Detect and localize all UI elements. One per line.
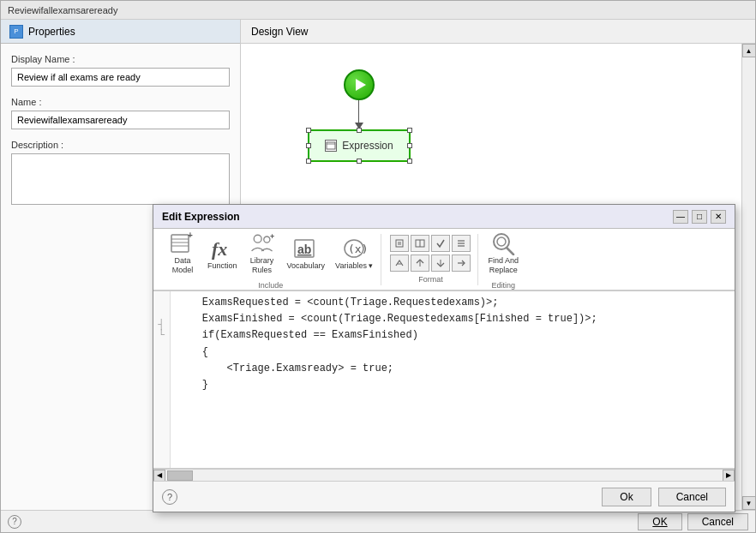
- format-buttons: [390, 235, 471, 272]
- dialog-title-buttons: — □ ✕: [673, 210, 726, 224]
- svg-point-8: [254, 235, 261, 243]
- library-rules-icon: +: [249, 231, 276, 255]
- format-group-label: Format: [418, 275, 443, 284]
- edit-expression-dialog: Edit Expression — □ ✕: [153, 204, 735, 512]
- format-btn-1[interactable]: [390, 235, 409, 252]
- code-scrollbar-x: ◀ ▶: [153, 469, 735, 481]
- data-model-icon: +: [169, 231, 196, 255]
- line-numbers: ┤ └: [153, 291, 171, 468]
- svg-point-27: [497, 237, 506, 246]
- format-btn-6[interactable]: [411, 255, 429, 272]
- include-group-label: Include: [258, 281, 283, 290]
- dialog-overlay: Edit Expression — □ ✕: [0, 0, 756, 533]
- line-num-bracket: ┤: [159, 319, 165, 329]
- dialog-cancel-button[interactable]: Cancel: [658, 488, 726, 506]
- maximize-button[interactable]: □: [692, 210, 707, 224]
- variables-label: Variables ▾: [335, 261, 373, 271]
- function-icon: fx: [208, 237, 236, 261]
- toolbar-include-items: + DataModel fx Function: [164, 229, 377, 278]
- function-button[interactable]: fx Function: [203, 234, 242, 273]
- library-rules-button[interactable]: + LibraryRules: [243, 229, 281, 278]
- scroll-thumb-x[interactable]: [167, 470, 193, 481]
- svg-text:fx: fx: [212, 238, 227, 260]
- dialog-bottom-buttons: Ok Cancel: [602, 488, 726, 506]
- format-btn-8[interactable]: [452, 255, 471, 272]
- line-num-bracket2: └: [159, 329, 165, 339]
- dialog-toolbar: + DataModel fx Function: [153, 229, 735, 290]
- svg-rect-16: [398, 242, 401, 245]
- close-button[interactable]: ✕: [711, 210, 726, 224]
- code-line-1: ExamsRequested = <count(Triage.Requested…: [177, 296, 597, 391]
- variables-icon: (x): [340, 237, 368, 261]
- vocabulary-button[interactable]: ab Vocabulary: [283, 234, 330, 273]
- svg-line-28: [507, 248, 513, 255]
- data-model-button[interactable]: + DataModel: [164, 229, 201, 278]
- dialog-bottom: ? Ok Cancel: [153, 481, 735, 512]
- toolbar-group-include: + DataModel fx Function: [160, 234, 381, 285]
- data-model-label: DataModel: [172, 256, 194, 275]
- dialog-cancel-label: Cancel: [676, 491, 708, 503]
- svg-text:(x): (x): [348, 243, 368, 255]
- svg-text:+: +: [269, 232, 273, 241]
- dialog-help-button[interactable]: ?: [162, 489, 177, 505]
- dialog-title-bar: Edit Expression — □ ✕: [153, 205, 735, 229]
- scroll-left-btn[interactable]: ◀: [153, 470, 165, 482]
- vocabulary-label: Vocabulary: [287, 261, 326, 271]
- library-rules-label: LibraryRules: [250, 256, 274, 275]
- toolbar-group-format: Format: [383, 234, 478, 285]
- function-label: Function: [207, 261, 237, 271]
- editing-group-label: Editing: [491, 281, 515, 290]
- format-btn-7[interactable]: [431, 255, 450, 272]
- toolbar-group-editing: Find AndReplace Editing: [480, 234, 526, 285]
- find-replace-icon: [489, 231, 517, 255]
- code-editor[interactable]: ┤ └ ExamsRequested = <count(Triage.Reque…: [153, 290, 735, 469]
- format-btn-3[interactable]: [431, 235, 450, 252]
- variables-button[interactable]: (x) Variables ▾: [331, 234, 377, 273]
- find-replace-label: Find AndReplace: [488, 256, 519, 275]
- format-btn-4[interactable]: [452, 235, 471, 252]
- find-replace-button[interactable]: Find AndReplace: [483, 229, 523, 278]
- format-btn-5[interactable]: [390, 255, 409, 272]
- svg-point-9: [263, 237, 269, 243]
- format-row-2: [390, 255, 471, 272]
- vocabulary-icon: ab: [292, 237, 320, 261]
- format-btn-2[interactable]: [411, 235, 429, 252]
- dialog-help-label: ?: [167, 492, 172, 502]
- svg-rect-2: [171, 235, 189, 252]
- dialog-ok-button[interactable]: Ok: [602, 488, 651, 506]
- dialog-ok-label: Ok: [620, 491, 633, 503]
- minimize-button[interactable]: —: [673, 210, 688, 224]
- code-content[interactable]: ExamsRequested = <count(Triage.Requested…: [171, 291, 735, 468]
- svg-text:ab: ab: [297, 243, 311, 256]
- scroll-track-x[interactable]: [165, 470, 723, 482]
- svg-text:+: +: [188, 231, 193, 240]
- format-row-1: [390, 235, 471, 252]
- dialog-title: Edit Expression: [162, 211, 673, 223]
- scroll-right-btn[interactable]: ▶: [723, 470, 735, 482]
